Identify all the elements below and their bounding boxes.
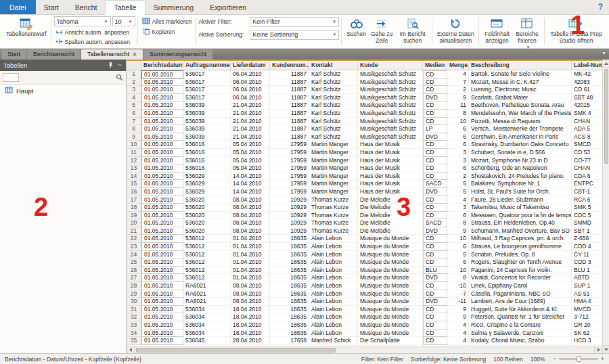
cell-kontakt[interactable]: Thomas Kurze xyxy=(309,196,358,204)
cell-berichtsdatum[interactable]: 01.05.2010 xyxy=(141,274,183,282)
cell-berichtsdatum[interactable]: 01.05.2010 xyxy=(141,282,183,290)
select-all-button[interactable]: Alles markieren xyxy=(141,16,194,26)
cell-beschreibung[interactable]: Takemitsu, Music of Takemitsu xyxy=(469,204,572,212)
row-number[interactable]: 26 xyxy=(127,267,141,275)
cell-kunde[interactable]: Die Melodie xyxy=(358,212,423,220)
cell-label[interactable]: CD 53 xyxy=(572,149,602,157)
cell-berichtsdatum[interactable]: 01.05.2010 xyxy=(141,251,183,259)
close-tab-icon[interactable]: × xyxy=(133,51,137,58)
row-number[interactable]: 9 xyxy=(127,133,141,141)
cell-kundennummer[interactable]: 11887 xyxy=(270,133,309,141)
cell-kunde[interactable]: Musikgeschäft Schütz xyxy=(358,86,423,94)
cell-medien[interactable]: CD xyxy=(423,337,447,345)
cell-menge[interactable]: 6 xyxy=(447,243,469,251)
cell-lieferdatum[interactable]: 06.04.2010 xyxy=(231,94,270,102)
tabellenentwurf-button[interactable]: Tabellenentwurf xyxy=(4,16,49,39)
cell-auftragsnummer[interactable]: RA6021 xyxy=(183,290,231,298)
cell-beschreibung[interactable]: Luening, Electronic Music xyxy=(469,86,572,94)
cell-beschreibung[interactable]: Shostakovich, 24 Preludes for piano. xyxy=(469,173,572,181)
cell-kundennummer[interactable]: 11887 xyxy=(270,86,309,94)
cell-lieferdatum[interactable]: 21.04.2010 xyxy=(231,118,270,126)
cell-berichtsdatum[interactable]: 01.05.2010 xyxy=(141,321,183,329)
tab-tabelle[interactable]: Tabelle xyxy=(105,0,145,15)
cell-medien[interactable]: DVD xyxy=(423,133,447,141)
cell-beschreibung[interactable]: Stravinsky, Dumbarton Oaks Concerto xyxy=(469,141,572,149)
cell-kontakt[interactable]: Karl Schütz xyxy=(309,133,358,141)
cell-kunde[interactable]: Haus der Musik xyxy=(358,149,423,157)
cell-auftragsnummer[interactable]: 536012 xyxy=(183,243,231,251)
cell-lieferdatum[interactable]: 18.04.2010 xyxy=(231,306,270,314)
cell-menge[interactable]: -7 xyxy=(447,290,469,298)
cell-kundennummer[interactable]: 18635 xyxy=(270,313,309,321)
cell-kontakt[interactable]: Manfred Schick xyxy=(309,337,358,345)
cell-auftragsnummer[interactable]: 536034 xyxy=(183,313,231,321)
row-number[interactable]: 33 xyxy=(127,321,141,329)
cell-beschreibung[interactable]: Scriabin, Preludes, Op. 8 xyxy=(469,251,572,259)
cell-label[interactable]: CBT-1 xyxy=(572,188,602,196)
cell-beschreibung[interactable]: Bartok, Sonate für Solo Violine xyxy=(469,70,572,78)
cell-menge[interactable]: 3 xyxy=(447,149,469,157)
zoom-slider-thumb[interactable] xyxy=(577,356,581,362)
cell-lieferdatum[interactable]: 06.04.2010 xyxy=(231,70,270,78)
freeze-panes-button[interactable]: Bereiche fixieren ▼ xyxy=(512,16,542,49)
cell-kunde[interactable]: Haus der Musik xyxy=(358,141,423,149)
cell-berichtsdatum[interactable]: 01.05.2010 xyxy=(141,86,183,94)
tab-overflow-chevron-icon[interactable]: ▼ xyxy=(602,51,606,55)
cell-kontakt[interactable]: Thomas Kurze xyxy=(309,204,358,212)
cell-kontakt[interactable]: Martin Manger xyxy=(309,157,358,165)
cell-medien[interactable]: DVD xyxy=(423,188,447,196)
cell-auftragsnummer[interactable]: 536020 xyxy=(183,196,231,204)
cell-kunde[interactable]: Musique du Monde xyxy=(358,267,423,275)
cell-menge[interactable]: 9 xyxy=(447,313,469,321)
cell-menge[interactable]: 2 xyxy=(447,173,469,181)
cell-berichtsdatum[interactable]: 01.05.2010 xyxy=(141,70,183,78)
row-number[interactable]: 27 xyxy=(127,274,141,282)
cell-lieferdatum[interactable]: 08.04.2010 xyxy=(231,298,270,306)
cell-kundennummer[interactable]: 17658 xyxy=(270,337,309,345)
cell-kundennummer[interactable]: 18635 xyxy=(270,321,309,329)
cell-lieferdatum[interactable]: 18.04.2010 xyxy=(231,329,270,338)
cell-label[interactable]: MVCD xyxy=(572,306,602,314)
cell-lieferdatum[interactable]: 08.04.2010 xyxy=(231,219,270,227)
row-number[interactable]: 32 xyxy=(127,313,141,321)
cell-menge[interactable]: 5 xyxy=(447,251,469,259)
tab-datei[interactable]: Datei xyxy=(0,0,36,14)
cell-medien[interactable]: CD xyxy=(423,321,447,329)
row-number[interactable]: 24 xyxy=(127,251,141,259)
row-number[interactable]: 8 xyxy=(127,125,141,133)
cell-berichtsdatum[interactable]: 01.05.2010 xyxy=(141,180,183,188)
cell-kunde[interactable]: Musikgeschäft Schütz xyxy=(358,110,423,118)
cell-label[interactable]: ADA 5 xyxy=(572,125,602,133)
cell-kunde[interactable]: Haus der Musik xyxy=(358,188,423,196)
cell-auftragsnummer[interactable]: 536017 xyxy=(183,78,231,87)
cell-lieferdatum[interactable]: 06.04.2010 xyxy=(231,86,270,94)
cell-kontakt[interactable]: Martin Manger xyxy=(309,173,358,181)
horizontal-scrollbar-thumb[interactable] xyxy=(136,348,336,352)
cell-lieferdatum[interactable]: 08.04.2010 xyxy=(231,290,270,298)
row-number[interactable]: 6 xyxy=(127,110,141,118)
cell-auftragsnummer[interactable]: 536020 xyxy=(183,204,231,212)
cell-berichtsdatum[interactable]: 01.05.2010 xyxy=(141,196,183,204)
cell-medien[interactable]: CD xyxy=(423,78,447,87)
refresh-external-data-button[interactable]: Externe Daten aktualisieren xyxy=(435,16,476,45)
cell-menge[interactable]: 6 xyxy=(447,141,469,149)
cell-medien[interactable]: CD xyxy=(423,282,447,290)
cell-kundennummer[interactable]: 18635 xyxy=(270,282,309,290)
autofit-view-button[interactable]: Ansicht autom. anpassen xyxy=(54,28,135,37)
cell-auftragsnummer[interactable]: 536012 xyxy=(183,235,231,243)
cell-menge[interactable]: 6 xyxy=(447,125,469,133)
cell-beschreibung[interactable]: Gershwin, Ein Amerikaner in Paris xyxy=(469,133,572,141)
cell-label[interactable]: AS 51 xyxy=(572,290,602,298)
row-number[interactable]: 31 xyxy=(127,306,141,314)
row-number[interactable]: 17 xyxy=(127,196,141,204)
cell-lieferdatum[interactable]: 05.04.2010 xyxy=(231,157,270,165)
cell-kontakt[interactable]: Alain Lebon xyxy=(309,306,358,314)
tables-search-input[interactable] xyxy=(3,73,19,82)
cell-kunde[interactable]: Musique du Monde xyxy=(358,243,423,251)
cell-menge[interactable]: 4 xyxy=(447,337,469,345)
row-number[interactable]: 22 xyxy=(127,235,141,243)
row-number[interactable]: 3 xyxy=(127,86,141,94)
cell-kunde[interactable]: Musikgeschäft Schütz xyxy=(358,125,423,133)
cell-kundennummer[interactable]: 17959 xyxy=(270,157,309,165)
cell-lieferdatum[interactable]: 18.04.2010 xyxy=(231,321,270,329)
